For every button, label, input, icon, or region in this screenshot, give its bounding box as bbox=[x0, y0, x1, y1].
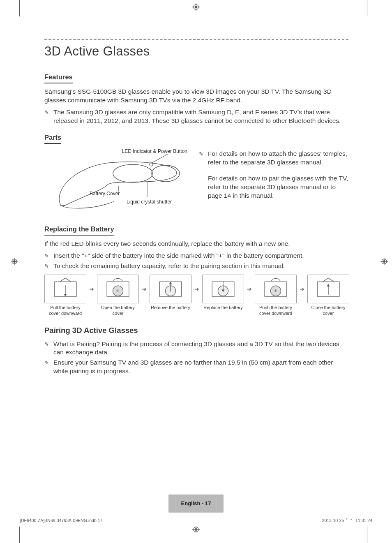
battery-step-icon bbox=[309, 276, 347, 302]
slug-right: 2013-10-25 ᄉᄉ 11:31:24 bbox=[322, 518, 372, 523]
section-divider bbox=[44, 39, 348, 40]
registration-mark-icon bbox=[11, 258, 18, 265]
registration-mark-icon bbox=[192, 3, 200, 11]
page-number-text: English - 17 bbox=[181, 500, 211, 507]
note-item: What is Pairing? Pairing is the process … bbox=[44, 340, 348, 357]
note-item: Ensure your Samsung TV and 3D glasses ar… bbox=[44, 358, 348, 376]
step-2: + Open the battery cover bbox=[97, 275, 139, 317]
svg-marker-31 bbox=[327, 284, 330, 287]
page-content: 3D Active Glasses Features Samsung's SSG… bbox=[44, 39, 348, 383]
step-arrow-icon: ➜ bbox=[141, 275, 147, 303]
pairing-notes: What is Pairing? Pairing is the process … bbox=[44, 340, 348, 376]
battery-step-icon bbox=[152, 276, 189, 302]
step-arrow-icon: ➜ bbox=[247, 275, 252, 303]
page-number-badge: English - 17 bbox=[168, 494, 224, 513]
slug-left: [UF6400-ZA]BN68-04793A-09ENG.indb 17 bbox=[20, 518, 102, 523]
parts-heading: Parts bbox=[44, 133, 61, 144]
note-item: Insert the "+" side of the battery into … bbox=[44, 252, 348, 260]
step-arrow-icon: ➜ bbox=[299, 275, 305, 303]
svg-point-16 bbox=[113, 164, 152, 183]
step-caption: Push the battery cover downward bbox=[255, 305, 297, 317]
print-slug-line: [UF6400-ZA]BN68-04793A-09ENG.indb 17 201… bbox=[20, 518, 372, 523]
label-lcs: Liquid crystal shutter bbox=[127, 199, 172, 205]
step-thumb: + bbox=[255, 275, 297, 303]
svg-text:+: + bbox=[274, 287, 277, 294]
step-thumb bbox=[307, 275, 349, 303]
step-thumb bbox=[202, 275, 244, 303]
step-caption: Pull the battery cover downward bbox=[44, 305, 86, 317]
features-intro: Samsung's SSG-5100GB 3D glasses enable y… bbox=[44, 88, 348, 105]
step-caption: Close the battery cover bbox=[307, 305, 349, 317]
registration-mark-icon bbox=[192, 526, 200, 533]
battery-step-icon bbox=[46, 276, 84, 302]
note-item: For details on how to attach the glasses… bbox=[199, 150, 348, 167]
step-5: + Push the battery cover downward bbox=[255, 275, 297, 317]
page-title: 3D Active Glasses bbox=[44, 43, 348, 60]
battery-steps: Pull the battery cover downward ➜ + Open… bbox=[44, 275, 348, 317]
pairing-heading: Pairing 3D Active Glasses bbox=[44, 326, 348, 336]
battery-step-icon: + bbox=[257, 276, 295, 302]
battery-intro: If the red LED blinks every two seconds … bbox=[44, 240, 348, 248]
crop-mark bbox=[19, 0, 20, 16]
parts-row: LED Indicator & Power Button Battery Cov… bbox=[44, 148, 348, 214]
svg-point-17 bbox=[152, 165, 180, 182]
svg-text:+: + bbox=[116, 287, 120, 294]
parts-text: For details on how to attach the glasses… bbox=[199, 148, 348, 203]
note-item: To check the remaining battery capacity,… bbox=[44, 262, 348, 270]
step-6: Close the battery cover bbox=[307, 275, 349, 317]
battery-heading: Replacing the Battery bbox=[44, 224, 114, 236]
step-caption: Remove the battery bbox=[150, 305, 191, 311]
step-thumb: + bbox=[97, 275, 139, 303]
battery-step-icon: + bbox=[99, 276, 137, 302]
crop-mark bbox=[367, 0, 367, 16]
step-caption: Replace the battery bbox=[202, 305, 244, 311]
step-3: Remove the battery bbox=[150, 275, 191, 311]
label-led-power: LED Indicator & Power Button bbox=[122, 148, 187, 155]
step-thumb bbox=[150, 275, 191, 303]
glasses-diagram: LED Indicator & Power Button Battery Cov… bbox=[44, 148, 188, 214]
crop-mark bbox=[19, 527, 20, 543]
parts-paragraph: For details on how to pair the glasses w… bbox=[208, 174, 348, 200]
battery-step-icon bbox=[204, 276, 242, 302]
step-arrow-icon: ➜ bbox=[194, 275, 200, 303]
crop-mark bbox=[367, 527, 367, 543]
step-caption: Open the battery cover bbox=[97, 305, 139, 317]
registration-mark-icon bbox=[380, 258, 388, 265]
step-thumb bbox=[44, 275, 86, 303]
step-arrow-icon: ➜ bbox=[89, 275, 95, 303]
label-battery-cover: Battery Cover bbox=[90, 190, 120, 197]
svg-line-19 bbox=[152, 154, 168, 163]
step-1: Pull the battery cover downward bbox=[44, 275, 86, 317]
note-item: The Samsung 3D glasses are only compatib… bbox=[44, 108, 348, 125]
features-heading: Features bbox=[44, 72, 73, 83]
features-notes: The Samsung 3D glasses are only compatib… bbox=[44, 108, 348, 125]
battery-notes: Insert the "+" side of the battery into … bbox=[44, 252, 348, 270]
print-sheet: 3D Active Glasses Features Samsung's SSG… bbox=[0, 0, 392, 543]
step-4: Replace the battery bbox=[202, 275, 244, 311]
parts-note: For details on how to attach the glasses… bbox=[199, 150, 348, 167]
